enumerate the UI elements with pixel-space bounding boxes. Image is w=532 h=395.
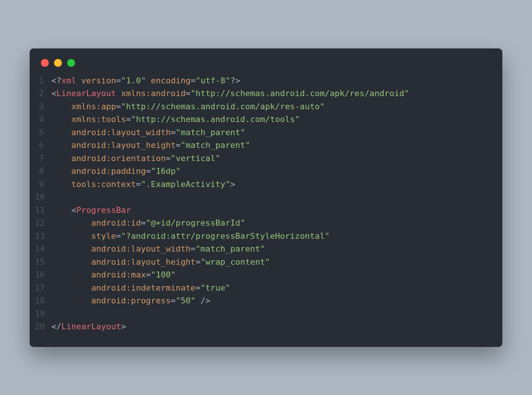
line-number: 19 bbox=[35, 308, 51, 321]
minimize-icon[interactable] bbox=[54, 59, 62, 67]
code-content: android:layout_height="wrap_content" bbox=[51, 256, 270, 269]
code-line: 19 bbox=[35, 308, 491, 321]
code-content: <LinearLayout xmlns:android="http://sche… bbox=[51, 87, 409, 100]
line-number: 20 bbox=[35, 320, 51, 333]
code-content: android:padding="16dp" bbox=[51, 165, 180, 178]
code-line: 18 android:progress="50" /> bbox=[35, 294, 491, 308]
code-line: 15 android:layout_height="wrap_content" bbox=[35, 256, 491, 269]
code-content: <?xml version="1.0" encoding="utf-8"?> bbox=[51, 74, 240, 87]
code-content: android:progress="50" /> bbox=[51, 294, 210, 308]
code-line: 3 xmlns:app="http://schemas.android.com/… bbox=[35, 100, 491, 113]
line-number: 3 bbox=[35, 100, 51, 113]
line-number: 6 bbox=[35, 139, 51, 152]
line-number: 17 bbox=[35, 282, 51, 295]
code-content: </LinearLayout> bbox=[51, 320, 126, 333]
line-number: 1 bbox=[35, 74, 51, 87]
code-content: xmlns:app="http://schemas.android.com/ap… bbox=[51, 100, 325, 113]
code-line: 1<?xml version="1.0" encoding="utf-8"?> bbox=[35, 74, 491, 87]
code-content: android:layout_width="match_parent" bbox=[51, 126, 245, 139]
line-number: 12 bbox=[35, 217, 51, 230]
code-line: 16 android:max="100" bbox=[35, 268, 491, 282]
code-line: 11 <ProgressBar bbox=[35, 204, 491, 217]
code-line: 2<LinearLayout xmlns:android="http://sch… bbox=[35, 87, 491, 100]
code-window: 1<?xml version="1.0" encoding="utf-8"?>2… bbox=[30, 48, 502, 347]
code-line: 14 android:layout_width="match_parent" bbox=[35, 243, 491, 256]
line-number: 2 bbox=[35, 87, 51, 100]
code-line: 10 bbox=[35, 191, 491, 204]
code-line: 12 android:id="@+id/progressBarId" bbox=[35, 217, 491, 230]
line-number: 5 bbox=[35, 126, 51, 139]
code-content: android:orientation="vertical" bbox=[51, 152, 220, 165]
code-line: 6 android:layout_height="match_parent" bbox=[35, 139, 491, 152]
maximize-icon[interactable] bbox=[67, 59, 75, 67]
line-number: 14 bbox=[35, 243, 51, 256]
line-number: 7 bbox=[35, 152, 51, 165]
line-number: 11 bbox=[35, 204, 51, 217]
code-content: android:layout_width="match_parent" bbox=[51, 243, 265, 256]
close-icon[interactable] bbox=[41, 59, 49, 67]
line-number: 13 bbox=[35, 230, 51, 243]
code-content: android:layout_height="match_parent" bbox=[51, 139, 250, 152]
code-content: android:indeterminate="true" bbox=[51, 282, 230, 295]
code-line: 9 tools:context=".ExampleActivity"> bbox=[35, 178, 491, 191]
code-line: 7 android:orientation="vertical" bbox=[35, 152, 491, 165]
line-number: 18 bbox=[35, 294, 51, 308]
code-line: 5 android:layout_width="match_parent" bbox=[35, 126, 491, 139]
line-number: 10 bbox=[35, 191, 51, 204]
code-content: tools:context=".ExampleActivity"> bbox=[51, 178, 235, 191]
line-number: 4 bbox=[35, 113, 51, 126]
code-line: 13 style="?android:attr/progressBarStyle… bbox=[35, 230, 491, 243]
line-number: 15 bbox=[35, 256, 51, 269]
code-line: 17 android:indeterminate="true" bbox=[35, 282, 491, 295]
code-editor[interactable]: 1<?xml version="1.0" encoding="utf-8"?>2… bbox=[30, 71, 502, 333]
line-number: 16 bbox=[35, 268, 51, 282]
code-line: 8 android:padding="16dp" bbox=[35, 165, 491, 178]
window-titlebar bbox=[30, 48, 502, 71]
line-number: 9 bbox=[35, 178, 51, 191]
code-content: xmlns:tools="http://schemas.android.com/… bbox=[51, 113, 300, 126]
code-line: 4 xmlns:tools="http://schemas.android.co… bbox=[35, 113, 491, 126]
code-content: style="?android:attr/progressBarStyleHor… bbox=[51, 230, 330, 243]
code-content: android:max="100" bbox=[51, 268, 176, 282]
line-number: 8 bbox=[35, 165, 51, 178]
code-content: android:id="@+id/progressBarId" bbox=[51, 217, 245, 230]
code-line: 20</LinearLayout> bbox=[35, 320, 491, 333]
code-content: <ProgressBar bbox=[51, 204, 131, 217]
